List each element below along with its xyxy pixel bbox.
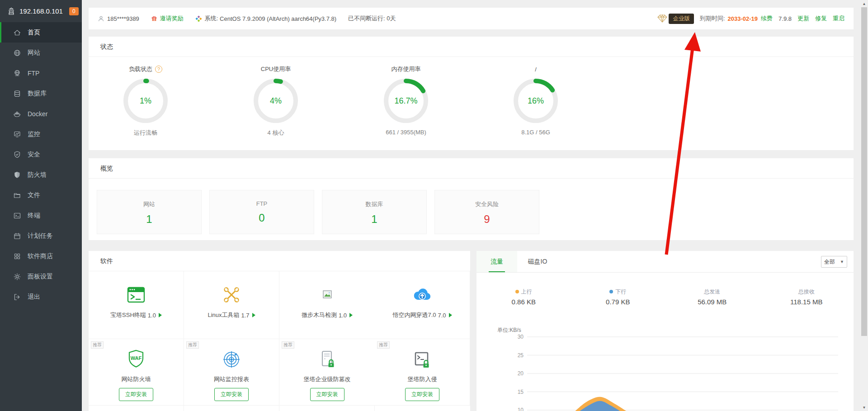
- software-item-icon: [184, 284, 279, 306]
- install-button[interactable]: 立即安装: [119, 388, 153, 401]
- software-item-icon: [375, 284, 470, 306]
- sidebar-item[interactable]: FTP: [0, 63, 82, 83]
- traffic-chart: 3025201510: [476, 335, 854, 411]
- sidebar-item-label: 面板设置: [28, 273, 53, 281]
- sidebar-item-icon: [13, 232, 21, 240]
- software-item[interactable]: 推荐 堡塔防入侵 立即安装: [375, 339, 470, 406]
- overview-box-value: 0: [210, 212, 314, 224]
- overview-box[interactable]: 数据库 1: [322, 190, 427, 234]
- software-card: 软件 宝塔SSH终端 1.0 Linux工具箱 1.7: [89, 251, 470, 411]
- sidebar-item[interactable]: Docker: [0, 104, 82, 124]
- sidebar-item[interactable]: 软件商店: [0, 246, 82, 266]
- legend-entry: 上行 0.86 KB: [476, 287, 571, 306]
- message-count-badge[interactable]: 0: [69, 7, 79, 15]
- help-icon[interactable]: ?: [155, 66, 162, 73]
- edition-badge[interactable]: 企业版: [657, 14, 694, 24]
- legend-value: 0.86 KB: [476, 298, 571, 306]
- sidebar-item-icon: [13, 171, 21, 179]
- svg-text:30: 30: [518, 335, 524, 340]
- software-row3: [89, 406, 470, 411]
- software-item-version: 7.0: [438, 312, 446, 319]
- sidebar-item[interactable]: 退出: [0, 287, 82, 307]
- sidebar-item[interactable]: 终端: [0, 205, 82, 226]
- overview-box[interactable]: 网站 1: [97, 190, 202, 234]
- overview-box-value: 9: [435, 213, 539, 226]
- sidebar-item-label: 终端: [28, 212, 40, 220]
- software-item[interactable]: 宝塔SSH终端 1.0: [89, 271, 184, 339]
- renew-link[interactable]: 续费: [761, 14, 773, 23]
- restart-link[interactable]: 重启: [833, 14, 844, 23]
- sidebar-item[interactable]: 监控: [0, 124, 82, 144]
- traffic-tabs: 流量 磁盘IO: [476, 251, 854, 273]
- play-icon[interactable]: [159, 313, 162, 317]
- svg-text:WAF: WAF: [131, 355, 142, 361]
- overview-box-label: FTP: [210, 200, 314, 207]
- software-item[interactable]: Linux工具箱 1.7: [184, 271, 279, 339]
- overview-card: 概览 网站 1 FTP 0 数据库 1 安全风险 9: [89, 158, 854, 240]
- scroll-up-arrow[interactable]: ▲: [860, 0, 868, 7]
- sidebar-item[interactable]: 文件: [0, 185, 82, 205]
- software-item-icon: [375, 349, 470, 370]
- overview-box[interactable]: FTP 0: [209, 190, 314, 234]
- software-item-icon: [89, 284, 184, 306]
- install-button[interactable]: 立即安装: [310, 388, 344, 401]
- install-button[interactable]: 立即安装: [214, 388, 249, 401]
- sidebar-item[interactable]: 首页: [0, 22, 82, 43]
- topbar: 185****9389 邀请奖励 系统: CentOS 7.9.2009 (Al…: [89, 8, 854, 29]
- gauge-label: 负载状态: [129, 65, 152, 73]
- legend-label: 上行: [521, 288, 532, 296]
- sidebar-nav: 首页 网站 FTP 数据库 Docker: [0, 22, 82, 307]
- sidebar-item[interactable]: 网站: [0, 43, 82, 63]
- scroll-down-arrow[interactable]: ▼: [860, 404, 868, 411]
- system-version: CentOS 7.9.2009 (AltArch) aarch64(Py3.7.…: [220, 15, 336, 22]
- gauge: / 16% 8.1G / 56G: [486, 65, 585, 136]
- recommend-tag: 推荐: [282, 341, 294, 349]
- software-item[interactable]: 推荐 WAF 网站防火墙 立即安装: [89, 339, 184, 406]
- traffic-tab[interactable]: 磁盘IO: [517, 251, 558, 272]
- sidebar-item[interactable]: 计划任务: [0, 226, 82, 246]
- sidebar-item-label: FTP: [28, 70, 39, 77]
- legend-entry: 下行 0.79 KB: [571, 287, 665, 306]
- software-row2: 推荐 WAF 网站防火墙 立即安装 推荐 网站监控报表 立即安装 推荐 堡塔企业…: [89, 339, 470, 406]
- software-row1: 宝塔SSH终端 1.0 Linux工具箱 1.7 微步木马检测 1.0: [89, 271, 470, 339]
- legend-entry: 总接收 118.15 MB: [760, 287, 854, 306]
- software-item[interactable]: 推荐 堡塔企业级防篡改 立即安装: [279, 339, 375, 406]
- install-button[interactable]: 立即安装: [405, 388, 439, 401]
- legend-value: 56.09 MB: [665, 298, 760, 306]
- software-item[interactable]: 微步木马检测 1.0: [279, 271, 375, 339]
- play-icon[interactable]: [252, 313, 255, 317]
- range-select[interactable]: 全部 ▼: [821, 256, 847, 268]
- gauge-label: 内存使用率: [392, 65, 421, 73]
- play-icon[interactable]: [449, 313, 452, 317]
- gauge-value: 16.7%: [383, 78, 429, 123]
- diamond-icon: [657, 14, 667, 23]
- software-item[interactable]: 推荐 网站监控报表 立即安装: [184, 339, 279, 406]
- sidebar-item[interactable]: 数据库: [0, 83, 82, 104]
- update-link[interactable]: 更新: [797, 14, 809, 23]
- sidebar-item-icon: [13, 273, 21, 281]
- repair-link[interactable]: 修复: [815, 14, 827, 23]
- gauge: CPU使用率 4% 4 核心: [226, 65, 326, 137]
- sidebar-item-label: 网站: [28, 49, 40, 57]
- play-icon[interactable]: [349, 313, 353, 317]
- software-item[interactable]: 悟空内网穿透7.0 7.0: [375, 271, 470, 339]
- sidebar-item[interactable]: 面板设置: [0, 266, 82, 287]
- software-item-name: 网站防火墙: [122, 375, 151, 383]
- gauge-caption: 运行流畅: [96, 129, 195, 137]
- user-account[interactable]: 185****9389: [98, 15, 139, 22]
- traffic-tab[interactable]: 流量: [476, 251, 517, 272]
- scrollbar[interactable]: ▲ ▼: [860, 0, 868, 411]
- legend-dot: [515, 290, 519, 293]
- overview-box[interactable]: 安全风险 9: [434, 190, 539, 234]
- gauge: 内存使用率 16.7% 661 / 3955(MB): [356, 65, 456, 136]
- scrollbar-thumb[interactable]: [861, 7, 867, 336]
- invite-reward-link[interactable]: 邀请奖励: [151, 14, 184, 23]
- chart-legend: 上行 0.86 KB 下行 0.79 KB 总发送 56.09 MB: [476, 287, 854, 306]
- software-item-icon: WAF: [89, 349, 184, 370]
- sidebar-item-icon: [13, 110, 21, 118]
- uptime-text: 已不间断运行: 0天: [348, 14, 396, 23]
- gift-icon: [151, 15, 157, 22]
- software-item-icon: [279, 284, 375, 306]
- sidebar-item[interactable]: 安全: [0, 144, 82, 165]
- sidebar-item[interactable]: 防火墙: [0, 165, 82, 185]
